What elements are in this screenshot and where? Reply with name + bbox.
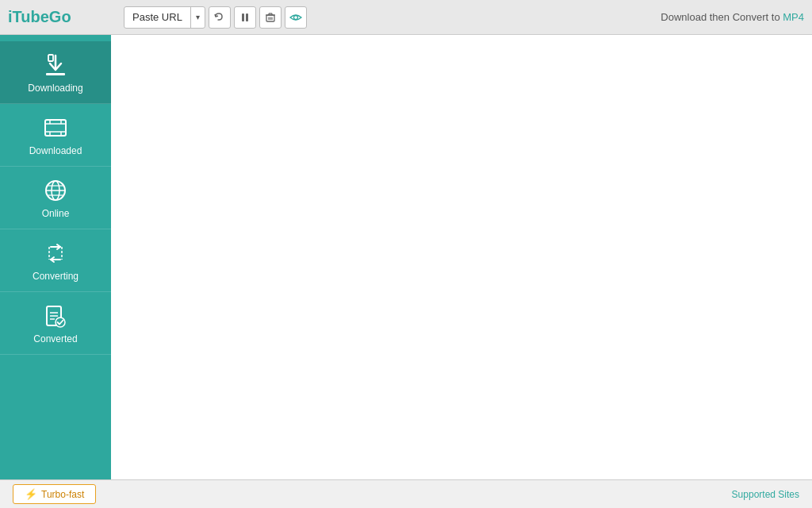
convert-format-link[interactable]: MP4 [783, 11, 804, 23]
svg-rect-1 [246, 13, 248, 21]
paste-url-label[interactable]: Paste URL [124, 7, 191, 28]
sidebar-label-converting: Converting [33, 271, 79, 282]
sidebar-item-converting[interactable]: Converting [0, 229, 111, 292]
paste-url-button[interactable]: Paste URL ▾ [124, 6, 205, 29]
lightning-icon: ⚡ [25, 488, 37, 500]
chevron-down-icon[interactable]: ▾ [191, 7, 205, 28]
convert-info: Download then Convert to MP4 [661, 11, 804, 23]
supported-sites-link[interactable]: Supported Sites [732, 489, 799, 500]
sidebar-label-downloaded: Downloaded [29, 145, 82, 156]
sidebar-item-converted[interactable]: Converted [0, 292, 111, 355]
svg-rect-11 [46, 73, 65, 75]
delete-button[interactable] [259, 6, 282, 29]
sidebar-item-downloading[interactable]: Downloading [0, 41, 111, 104]
convert-text: Download then Convert to [661, 11, 779, 23]
trash-icon [265, 12, 276, 23]
sidebar-label-converted: Converted [33, 333, 77, 344]
convert-icon [43, 241, 68, 266]
content-area [111, 35, 812, 479]
turbo-label: Turbo-fast [41, 489, 84, 500]
svg-rect-14 [45, 120, 66, 136]
pause-icon [239, 12, 251, 23]
svg-point-10 [293, 15, 297, 19]
svg-rect-13 [48, 55, 53, 61]
eye-button[interactable] [285, 6, 307, 29]
main-layout: Downloading Downloaded Online [0, 35, 812, 479]
turbo-fast-button[interactable]: ⚡ Turbo-fast [13, 484, 96, 504]
sidebar-item-online[interactable]: Online [0, 167, 111, 229]
footer: ⚡ Turbo-fast Supported Sites [0, 479, 812, 508]
download-icon [43, 52, 68, 78]
converted-icon [43, 303, 68, 329]
svg-rect-0 [242, 13, 244, 21]
globe-icon [43, 178, 68, 203]
film-icon [43, 115, 68, 140]
sidebar: Downloading Downloaded Online [0, 35, 111, 479]
sidebar-label-downloading: Downloading [28, 83, 82, 94]
undo-button[interactable] [209, 6, 231, 29]
app-logo: iTubeGo [8, 8, 119, 26]
toolbar: iTubeGo Paste URL ▾ [0, 0, 812, 35]
undo-icon [214, 12, 225, 23]
toolbar-group: Paste URL ▾ [124, 6, 307, 29]
sidebar-item-downloaded[interactable]: Downloaded [0, 104, 111, 167]
eye-icon [289, 13, 302, 22]
pause-button[interactable] [234, 6, 256, 29]
sidebar-label-online: Online [42, 208, 70, 219]
